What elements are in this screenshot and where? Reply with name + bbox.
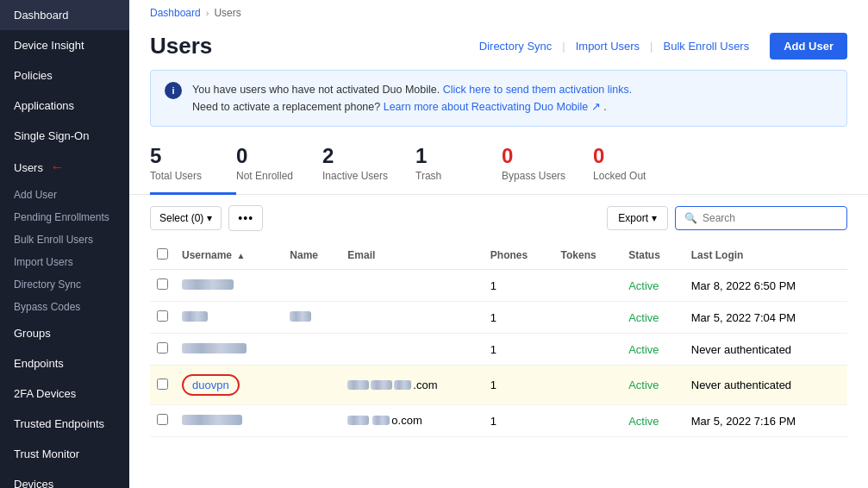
table-container: Username ▲ Name Email Phones Tokens Stat… xyxy=(129,241,868,488)
tokens-cell xyxy=(554,405,622,437)
users-table: Username ▲ Name Email Phones Tokens Stat… xyxy=(150,241,847,437)
row-checkbox-2[interactable] xyxy=(157,342,168,353)
chevron-down-icon: ▾ xyxy=(652,212,657,224)
row-checkbox-3[interactable] xyxy=(157,379,168,390)
stat-label-1: Not Enrolled xyxy=(236,170,295,182)
stat-label-3: Trash xyxy=(415,170,474,182)
sidebar-item-sso[interactable]: Single Sign-On xyxy=(0,121,129,151)
select-all-checkbox[interactable] xyxy=(157,248,168,260)
last-login-cell: Never authenticated xyxy=(684,366,847,405)
toolbar-right: Export ▾ 🔍 xyxy=(607,206,847,230)
stat-item-5[interactable]: 0Locked Out xyxy=(593,137,679,195)
tokens-cell xyxy=(554,302,622,334)
tokens-cell xyxy=(554,366,622,405)
sidebar-item-trust-monitor[interactable]: Trust Monitor xyxy=(0,439,129,469)
username-blurred xyxy=(182,311,208,322)
col-status: Status xyxy=(621,241,684,270)
banner-reactivation-link[interactable]: Learn more about Reactivating Duo Mobile… xyxy=(384,101,601,113)
sidebar-item-devices[interactable]: Devices xyxy=(0,469,129,488)
last-login-cell: Mar 5, 2022 7:04 PM xyxy=(684,302,847,334)
row-checkbox-0[interactable] xyxy=(157,278,168,290)
status-cell: Active xyxy=(621,366,684,405)
breadcrumb: Dashboard › Users xyxy=(129,0,868,26)
sidebar-item-policies[interactable]: Policies xyxy=(0,60,129,91)
banner-line2-suffix: . xyxy=(603,101,606,113)
email-blurred-composite2: o.com xyxy=(347,414,422,427)
tokens-cell xyxy=(554,334,622,366)
username-blurred xyxy=(182,415,242,425)
info-banner: i You have users who have not activated … xyxy=(150,70,847,127)
username-highlighted[interactable]: duovpn xyxy=(182,374,240,396)
breadcrumb-parent[interactable]: Dashboard xyxy=(150,7,201,19)
stat-number-5: 0 xyxy=(593,144,652,168)
stat-item-0[interactable]: 5Total Users xyxy=(150,137,236,195)
table-row: 1ActiveMar 8, 2022 6:50 PM xyxy=(150,270,847,302)
table-row: duovpn.com1ActiveNever authenticated xyxy=(150,366,847,405)
phones-cell: 1 xyxy=(484,366,554,405)
stat-item-4[interactable]: 0Bypass Users xyxy=(502,137,593,195)
chevron-down-icon: ▾ xyxy=(207,212,212,224)
row-checkbox-1[interactable] xyxy=(157,310,168,322)
add-user-button[interactable]: Add User xyxy=(770,33,847,59)
last-login-cell: Mar 8, 2022 6:50 PM xyxy=(684,270,847,302)
username-blurred xyxy=(182,343,247,353)
stat-item-3[interactable]: 1Trash xyxy=(415,137,502,195)
sidebar-item-groups[interactable]: Groups xyxy=(0,318,129,348)
export-label: Export xyxy=(618,212,648,224)
stat-label-0: Total Users xyxy=(150,170,209,182)
search-input[interactable] xyxy=(703,212,838,224)
col-username: Username ▲ xyxy=(175,241,283,270)
status-cell: Active xyxy=(621,405,684,437)
banner-line2-prefix: Need to activate a replacement phone? xyxy=(192,101,380,113)
main-content: Dashboard › Users Users Directory Sync |… xyxy=(129,0,868,488)
select-button[interactable]: Select (0) ▾ xyxy=(150,206,222,230)
toolbar: Select (0) ▾ ••• Export ▾ 🔍 xyxy=(129,195,868,241)
sidebar-item-import-users[interactable]: Import Users xyxy=(0,251,129,273)
table-row: 1ActiveMar 5, 2022 7:04 PM xyxy=(150,302,847,334)
sidebar-item-bypass-codes[interactable]: Bypass Codes xyxy=(0,296,129,318)
bulk-enroll-link[interactable]: Bulk Enroll Users xyxy=(653,40,760,53)
col-name: Name xyxy=(283,241,340,270)
sidebar-item-endpoints[interactable]: Endpoints xyxy=(0,348,129,379)
import-users-link[interactable]: Import Users xyxy=(565,40,650,53)
sidebar-item-pending-enrollments[interactable]: Pending Enrollments xyxy=(0,206,129,228)
stat-item-1[interactable]: 0Not Enrolled xyxy=(236,137,322,195)
table-row: 1ActiveNever authenticated xyxy=(150,334,847,366)
info-icon: i xyxy=(165,82,182,99)
stats-row: 5Total Users0Not Enrolled2Inactive Users… xyxy=(129,137,868,195)
sidebar-item-directory-sync[interactable]: Directory Sync xyxy=(0,273,129,296)
stat-number-1: 0 xyxy=(236,144,295,168)
page-title: Users xyxy=(150,33,212,59)
export-button[interactable]: Export ▾ xyxy=(607,206,668,230)
table-header-row: Username ▲ Name Email Phones Tokens Stat… xyxy=(150,241,847,270)
phones-cell: 1 xyxy=(484,270,554,302)
search-icon: 🔍 xyxy=(684,212,697,224)
sidebar-item-dashboard[interactable]: Dashboard xyxy=(0,0,129,30)
sidebar-item-trusted-endpoints[interactable]: Trusted Endpoints xyxy=(0,409,129,439)
sidebar-item-applications[interactable]: Applications xyxy=(0,91,129,121)
sidebar-item-device-insight[interactable]: Device Insight xyxy=(0,30,129,60)
stat-label-5: Locked Out xyxy=(593,170,652,182)
row-checkbox-4[interactable] xyxy=(157,414,168,425)
banner-activation-link[interactable]: Click here to send them activation links… xyxy=(443,84,633,96)
stat-item-2[interactable]: 2Inactive Users xyxy=(322,137,415,195)
sidebar-item-2fa-devices[interactable]: 2FA Devices xyxy=(0,379,129,409)
directory-sync-link[interactable]: Directory Sync xyxy=(469,40,563,53)
col-tokens: Tokens xyxy=(554,241,622,270)
sidebar-item-add-user[interactable]: Add User xyxy=(0,184,129,206)
search-box: 🔍 xyxy=(675,206,847,230)
stat-number-0: 5 xyxy=(150,144,209,168)
col-email: Email xyxy=(340,241,483,270)
sidebar-item-users[interactable]: Users ← xyxy=(0,151,129,184)
more-actions-button[interactable]: ••• xyxy=(228,205,263,231)
status-cell: Active xyxy=(621,334,684,366)
stat-label-4: Bypass Users xyxy=(502,170,565,182)
email-blurred-composite: .com xyxy=(347,379,437,391)
sidebar-item-bulk-enroll[interactable]: Bulk Enroll Users xyxy=(0,228,129,251)
page-header: Users Directory Sync | Import Users | Bu… xyxy=(129,26,868,70)
table-row: o.com1ActiveMar 5, 2022 7:16 PM xyxy=(150,405,847,437)
status-cell: Active xyxy=(621,270,684,302)
stat-number-2: 2 xyxy=(322,144,388,168)
breadcrumb-separator: › xyxy=(206,8,209,18)
tokens-cell xyxy=(554,270,622,302)
